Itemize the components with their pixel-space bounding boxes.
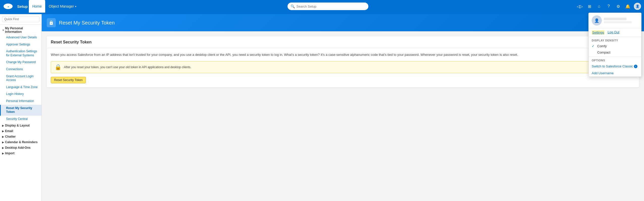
description-text: When you access Salesforce from an IP ad… — [51, 52, 635, 58]
caret-right-icon: ▶ — [2, 130, 4, 133]
help-icon[interactable]: ? — [605, 3, 612, 10]
nav-right-icons: ◁▷ ⊞ ⌂ ? ⚙ 🔔 👤 — [576, 3, 641, 10]
sidebar-item-change-password[interactable]: Change My Password — [0, 59, 41, 66]
sidebar-section-chatter-header[interactable]: ▶ Chatter — [0, 134, 41, 139]
add-username-label: Add Username — [592, 71, 614, 75]
density-comfy-label: Comfy — [597, 44, 607, 48]
waffle-icon[interactable]: ⊞ — [586, 3, 593, 10]
caret-right-icon: ▶ — [2, 135, 4, 138]
top-navigation: ☁ Setup Home Object Manager ▾ 🔍 ◁▷ ⊞ ⌂ ?… — [0, 0, 644, 13]
content-card-title: Reset Security Token — [47, 36, 639, 48]
display-density-label: DISPLAY DENSITY — [589, 37, 641, 43]
content-header: Reset My Security Token — [42, 14, 644, 31]
caret-right-icon: ▶ — [2, 124, 4, 127]
main-content: Reset My Security Token Reset Security T… — [42, 14, 644, 201]
density-compact-option[interactable]: Compact — [589, 49, 641, 56]
content-header-title: Reset My Security Token — [59, 20, 115, 26]
caret-down-icon: ▾ — [3, 29, 4, 32]
setup-icon[interactable]: ⚙ — [615, 3, 622, 10]
sidebar-item-advanced-user-details[interactable]: Advanced User Details — [0, 34, 41, 41]
dropdown-actions: Settings Log Out — [589, 28, 641, 37]
options-label: OPTIONS — [589, 57, 641, 63]
setup-label[interactable]: Setup — [17, 4, 28, 9]
checkmark-icon: ✓ — [592, 44, 596, 48]
caret-right-icon: ▶ — [2, 152, 4, 155]
search-icon: 🔍 — [291, 4, 295, 8]
density-compact-label: Compact — [597, 51, 610, 54]
sidebar-section-display-layout-header[interactable]: ▶ Display & Layout — [0, 122, 41, 128]
empty-check-icon — [592, 51, 596, 54]
sidebar-item-personal-information[interactable]: Personal Information — [0, 98, 41, 105]
sidebar-item-login-history[interactable]: Login History — [0, 91, 41, 98]
caret-right-icon: ▶ — [2, 146, 4, 149]
sidebar-item-auth-settings[interactable]: Authentication Settings for External Sys… — [0, 48, 41, 59]
content-body: Reset Security Token When you access Sal… — [42, 31, 644, 92]
dropdown-avatar: 👤 — [592, 15, 602, 26]
dropdown-user-section: 👤 — [589, 13, 641, 28]
reset-security-token-button[interactable]: Reset Security Token — [51, 77, 86, 83]
sidebar-section-personal-info: ▾ My Personal Information Advanced User … — [0, 24, 41, 122]
sidebar-item-approver-settings[interactable]: Approver Settings — [0, 41, 41, 48]
home-icon[interactable]: ⌂ — [595, 3, 603, 10]
sidebar: ▾ My Personal Information Advanced User … — [0, 14, 42, 201]
info-icon: i — [634, 65, 637, 68]
sidebar-item-language-timezone[interactable]: Language & Time Zone — [0, 84, 41, 91]
history-nav-icon[interactable]: ◁▷ — [576, 3, 583, 10]
notification-icon[interactable]: 🔔 — [624, 3, 631, 10]
tab-home[interactable]: Home — [29, 0, 45, 13]
content-card-body: When you access Salesforce from an IP ad… — [47, 48, 639, 87]
density-comfy-option[interactable]: ✓ Comfy — [589, 43, 641, 49]
caret-right-icon: ▶ — [2, 141, 4, 144]
warning-text: After you reset your token, you can't us… — [64, 65, 191, 69]
sidebar-item-connections[interactable]: Connections — [0, 66, 41, 73]
nav-tabs: Home Object Manager ▾ — [29, 0, 80, 13]
user-avatar[interactable]: 👤 — [634, 3, 641, 10]
sidebar-section-calendar-header[interactable]: ▶ Calendar & Reminders — [0, 139, 41, 145]
sidebar-section-desktop-addons-header[interactable]: ▶ Desktop Add-Ons — [0, 145, 41, 150]
dropdown-username — [604, 18, 627, 20]
dropdown-logout-link[interactable]: Log Out — [608, 30, 619, 35]
dropdown-settings-link[interactable]: Settings — [592, 30, 605, 35]
app-body: ▾ My Personal Information Advanced User … — [0, 14, 644, 201]
switch-classic-link[interactable]: Switch to Salesforce Classic i — [589, 63, 641, 70]
salesforce-logo[interactable]: ☁ — [3, 3, 13, 10]
search-input[interactable] — [296, 5, 365, 8]
sidebar-item-security-central[interactable]: Security Central — [0, 116, 41, 123]
sidebar-search-input[interactable] — [2, 16, 39, 22]
user-dropdown: 👤 Settings Log Out DISPLAY DENSITY ✓ Com… — [588, 13, 641, 77]
sidebar-section-email-header[interactable]: ▶ Email — [0, 128, 41, 134]
content-header-icon — [47, 18, 56, 27]
chevron-down-icon: ▾ — [75, 5, 76, 8]
content-card: Reset Security Token When you access Sal… — [47, 36, 639, 87]
dropdown-useremail — [604, 21, 632, 23]
dropdown-user-info — [604, 18, 638, 23]
add-username-link[interactable]: Add Username — [589, 70, 641, 77]
warning-box: 🔒 After you reset your token, you can't … — [51, 61, 635, 73]
search-wrap: 🔍 — [288, 3, 368, 10]
sidebar-item-grant-login[interactable]: Grant Account Login Access — [0, 73, 41, 84]
switch-classic-label: Switch to Salesforce Classic — [592, 64, 633, 68]
search-bar: 🔍 — [85, 3, 571, 10]
sidebar-search-wrap — [0, 14, 41, 24]
sidebar-section-import-header[interactable]: ▶ Import — [0, 150, 41, 156]
sidebar-item-reset-security-token[interactable]: Reset My Security Token — [0, 105, 41, 116]
sidebar-section-personal-info-header[interactable]: ▾ My Personal Information — [0, 24, 41, 34]
svg-text:☁: ☁ — [7, 6, 9, 7]
lock-icon: 🔒 — [55, 64, 61, 70]
tab-object-manager[interactable]: Object Manager ▾ — [45, 0, 80, 13]
